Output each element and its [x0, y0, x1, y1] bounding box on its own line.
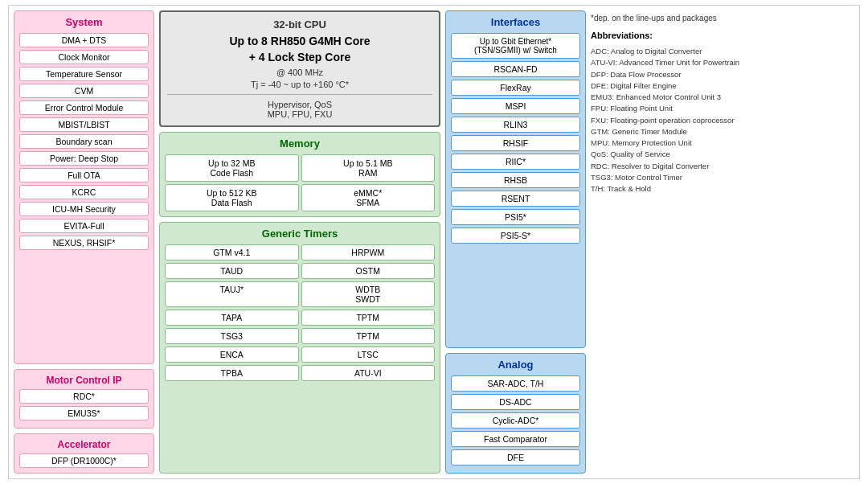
accel-title: Accelerator: [19, 439, 149, 450]
analog-item: DFE: [451, 449, 580, 466]
system-item: CVM: [19, 84, 149, 98]
abbr-item: TSG3: Motor Control Timer: [591, 172, 792, 183]
system-item: DMA + DTS: [19, 33, 149, 47]
interface-item: RHSB: [451, 172, 580, 188]
system-item: Power: Deep Stop: [19, 151, 149, 166]
memory-box: Memory Up to 32 MBCode FlashUp to 5.1 MB…: [159, 132, 440, 217]
interface-item: MSPI: [451, 98, 580, 114]
timer-item: HRPWM: [301, 244, 436, 260]
motor-box: Motor Control IP RDC*EMU3S*: [14, 369, 154, 429]
system-item: Clock Monitor: [19, 50, 149, 64]
timer-item: OSTM: [301, 263, 436, 279]
system-item: Error Control Module: [19, 100, 149, 115]
abbr-item: ATU-VI: Advanced Timer Unit for Powertra…: [591, 57, 792, 68]
timer-item: TPTM: [301, 310, 436, 326]
col4-notes: *dep. on the line-ups and packages Abbre…: [591, 10, 792, 474]
interface-item: FlexRay: [451, 80, 580, 96]
timers-grid: GTM v4.1HRPWMTAUDOSTMTAUJ*WDTBSWDTTAPATP…: [165, 244, 435, 381]
system-item: ICU-MH Security: [19, 202, 149, 216]
interface-item: PSI5-S*: [451, 228, 580, 244]
timer-item: TPTM: [301, 328, 436, 344]
cpu-section-title: 32-bit CPU: [167, 18, 432, 31]
abbr-item: DFE: Digital Filter Engine: [591, 80, 792, 92]
abbr-item: ADC: Analog to Digital Converter: [591, 46, 792, 57]
timer-item: TAUJ*: [165, 281, 299, 307]
timer-item: TAPA: [165, 310, 299, 326]
memory-item: Up to 32 MBCode Flash: [165, 154, 299, 182]
memory-grid: Up to 32 MBCode FlashUp to 5.1 MBRAMUp t…: [165, 154, 435, 211]
system-title: System: [19, 16, 149, 28]
interface-item: RHSIF: [451, 135, 580, 151]
interfaces-title: Interfaces: [451, 16, 580, 28]
analog-item: DS-ADC: [451, 394, 580, 410]
abbr-title: Abbreviations:: [591, 31, 792, 40]
system-item: KCRC: [19, 185, 149, 199]
analog-box: Analog SAR-ADC, T/HDS-ADCCyclic-ADC*Fast…: [445, 353, 586, 474]
system-item: Full OTA: [19, 168, 149, 183]
dep-note: *dep. on the line-ups and packages: [591, 14, 792, 23]
abbr-item: FXU: Floating-point operation coprocesso…: [591, 115, 792, 126]
interfaces-box: Interfaces Up to Gbit Ethernet*(TSN/SGMI…: [445, 10, 586, 348]
timer-item: ENCA: [165, 347, 299, 363]
cpu-features: Hypervisor, QoSMPU, FPU, FXU: [167, 100, 432, 119]
accel-box: Accelerator DFP (DR1000C)*: [14, 433, 154, 474]
interface-item: PSI5*: [451, 209, 580, 225]
abbr-item: GTM: Generic Timer Module: [591, 126, 792, 137]
analog-item: SAR-ADC, T/H: [451, 375, 580, 392]
cpu-box: 32-bit CPU Up to 8 RH850 G4MH Core+ 4 Lo…: [159, 10, 440, 127]
system-item: Temperature Sensor: [19, 67, 149, 81]
interface-item: RLIN3: [451, 117, 580, 133]
analog-title: Analog: [451, 359, 580, 371]
system-item: NEXUS, RHSIF*: [19, 236, 149, 250]
motor-item: EMU3S*: [19, 406, 149, 420]
timer-item: TAUD: [165, 263, 299, 279]
abbr-item: MPU: Memory Protection Unit: [591, 137, 792, 149]
col1: System DMA + DTSClock MonitorTemperature…: [14, 10, 154, 474]
timer-item: GTM v4.1: [165, 244, 299, 260]
memory-item: Up to 5.1 MBRAM: [301, 154, 436, 182]
accel-item: DFP (DR1000C)*: [19, 453, 149, 468]
cpu-freq: @ 400 MHz: [167, 68, 432, 77]
analog-item: Cyclic-ADC*: [451, 412, 580, 429]
memory-item: eMMC*SFMA: [301, 184, 436, 211]
col3: Interfaces Up to Gbit Ethernet*(TSN/SGMI…: [445, 10, 586, 474]
timers-box: Generic Timers GTM v4.1HRPWMTAUDOSTMTAUJ…: [159, 222, 440, 474]
memory-item: Up to 512 KBData Flash: [165, 184, 299, 211]
timer-item: ATU-VI: [301, 365, 436, 381]
system-item: MBIST/LBIST: [19, 117, 149, 132]
timer-item: WDTBSWDT: [301, 281, 436, 307]
abbr-item: RDC: Resolver to Digital Converter: [591, 161, 792, 172]
system-box: System DMA + DTSClock MonitorTemperature…: [14, 10, 154, 364]
col2: 32-bit CPU Up to 8 RH850 G4MH Core+ 4 Lo…: [159, 10, 440, 474]
analog-item: Fast Comparator: [451, 431, 580, 447]
timer-item: LTSC: [301, 347, 436, 363]
interface-item: RIIC*: [451, 154, 580, 170]
interface-item: RSENT: [451, 191, 580, 207]
abbr-item: DFP: Data Flow Processor: [591, 69, 792, 80]
interface-item: RSCAN-FD: [451, 61, 580, 77]
memory-title: Memory: [165, 137, 435, 150]
abbr-item: QoS: Quality of Service: [591, 149, 792, 160]
abbr-item: FPU: Floating Point Unit: [591, 103, 792, 114]
cpu-main-text: Up to 8 RH850 G4MH Core+ 4 Lock Step Cor…: [167, 34, 432, 65]
main-diagram: System DMA + DTSClock MonitorTemperature…: [8, 5, 860, 479]
abbr-item: T/H: Track & Hold: [591, 183, 792, 195]
motor-item: RDC*: [19, 389, 149, 404]
abbr-item: EMU3: Enhanced Motor Control Unit 3: [591, 92, 792, 103]
timers-title: Generic Timers: [165, 228, 435, 240]
interfaces-top-item: Up to Gbit Ethernet*(TSN/SGMII) w/ Switc…: [451, 33, 580, 59]
system-item: Boundary scan: [19, 134, 149, 149]
timer-item: TPBA: [165, 365, 299, 381]
timer-item: TSG3: [165, 328, 299, 344]
system-item: EVITA-Full: [19, 219, 149, 233]
motor-title: Motor Control IP: [19, 375, 149, 386]
cpu-temp: Tj = -40 ~ up to +160 °C*: [167, 80, 432, 89]
